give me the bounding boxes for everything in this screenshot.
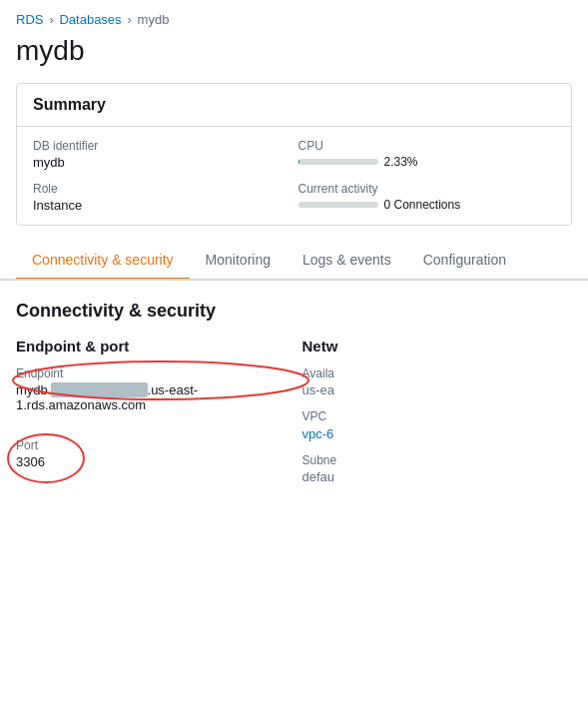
page-title: mydb: [0, 31, 588, 83]
connectivity-section-title: Connectivity & security: [16, 301, 572, 322]
summary-header: Summary: [17, 84, 571, 127]
subnet-value: defau: [302, 469, 573, 484]
breadcrumb: RDS › Databases › mydb: [0, 0, 588, 31]
endpoint-port-title: Endpoint & port: [16, 338, 275, 355]
vpc-value[interactable]: vpc-6: [302, 425, 573, 441]
activity-bar-container: 0 Connections: [298, 198, 556, 212]
activity-value: 0 Connections: [384, 198, 461, 212]
cpu-bar-container: 2.33%: [298, 155, 556, 169]
cpu-label: CPU: [298, 139, 556, 153]
endpoint-masked: ██████████: [51, 382, 147, 397]
endpoint-text: mydb.██████████.us-east-1.rds.amazonaws.…: [16, 382, 198, 412]
subnet-label: Subne: [302, 453, 573, 467]
tab-connectivity-security[interactable]: Connectivity & security: [16, 242, 190, 281]
connectivity-section: Connectivity & security Endpoint & port …: [0, 281, 588, 516]
tab-configuration[interactable]: Configuration: [407, 242, 522, 281]
availability-label: Availa: [302, 366, 573, 380]
tab-monitoring[interactable]: Monitoring: [190, 242, 287, 281]
port-value: 3306: [16, 454, 45, 469]
tabs-container: Connectivity & security Monitoring Logs …: [0, 242, 588, 281]
summary-grid: DB identifier mydb CPU 2.33% Role Instan…: [17, 127, 571, 225]
cpu-percent: 2.33%: [384, 155, 418, 169]
endpoint-port-col: Endpoint & port Endpoint mydb.██████████…: [16, 338, 294, 496]
availability-value: us-ea: [302, 382, 573, 397]
endpoint-value: mydb.██████████.us-east-1.rds.amazonaws.…: [16, 382, 275, 412]
activity-bar: [298, 202, 378, 208]
tab-logs-events[interactable]: Logs & events: [287, 242, 407, 281]
role-value: Instance: [33, 198, 291, 213]
network-title: Netw: [302, 338, 573, 355]
breadcrumb-sep-2: ›: [128, 13, 132, 27]
cpu-bar: [298, 159, 378, 165]
endpoint-label: Endpoint: [16, 366, 275, 380]
breadcrumb-databases[interactable]: Databases: [59, 12, 121, 27]
connectivity-layout: Endpoint & port Endpoint mydb.██████████…: [16, 338, 572, 496]
summary-card: Summary DB identifier mydb CPU 2.33% Rol…: [16, 83, 572, 226]
breadcrumb-current: mydb: [138, 12, 170, 27]
current-activity-label: Current activity: [298, 182, 556, 196]
role-label: Role: [33, 182, 291, 196]
db-identifier-label: DB identifier: [33, 139, 291, 153]
breadcrumb-sep-1: ›: [49, 13, 53, 27]
vpc-link[interactable]: vpc-6: [302, 426, 334, 441]
endpoint-block: Endpoint mydb.██████████.us-east-1.rds.a…: [16, 366, 275, 412]
db-identifier-value: mydb: [33, 155, 291, 170]
network-col: Netw Availa us-ea VPC vpc-6 Subne defau: [294, 338, 573, 496]
port-block: Port 3306: [16, 438, 45, 481]
endpoint-prefix: mydb.: [16, 382, 51, 397]
cpu-bar-fill: [298, 159, 300, 165]
port-label: Port: [16, 438, 45, 452]
vpc-label: VPC: [302, 409, 573, 423]
breadcrumb-rds[interactable]: RDS: [16, 12, 43, 27]
